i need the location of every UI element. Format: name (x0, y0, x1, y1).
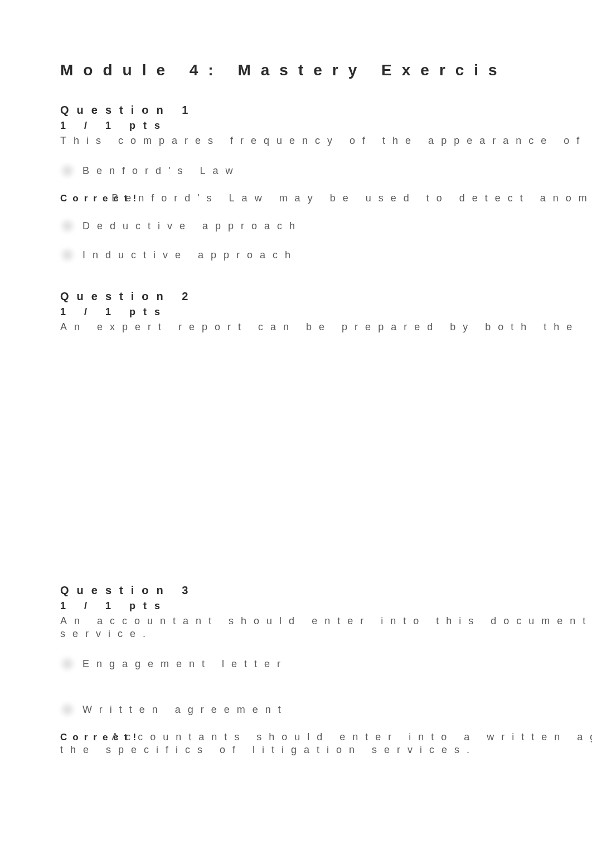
q3-option-b-label: Written agreement (83, 704, 288, 716)
question-3-title: Question 3 (60, 584, 592, 597)
q1-option-a[interactable]: Benford's Law (60, 163, 592, 178)
question-2-title: Question 2 (60, 290, 592, 303)
question-3-points: 1 / 1 pts (60, 600, 592, 612)
question-3-prompt-line1: An accountant should enter into this doc… (60, 615, 592, 627)
q3-option-b[interactable]: Written agreement (60, 702, 592, 717)
radio-icon (60, 219, 75, 233)
question-2-prompt: An expert report can be prepared by both… (60, 321, 592, 333)
q3-correct-text-line1: Accountants should enter into a written … (111, 731, 592, 742)
q3-option-a-label: Engagement letter (83, 658, 288, 670)
q1-option-b[interactable]: Deductive approach (60, 219, 592, 233)
q3-correct-text-line2: the specifics of litigation services. (60, 744, 592, 756)
question-3-prompt-line2: service. (60, 628, 592, 640)
question-1-points: 1 / 1 pts (60, 120, 592, 132)
q1-option-c[interactable]: Inductive approach (60, 248, 592, 262)
question-1-prompt: This compares frequency of the appearanc… (60, 135, 592, 147)
q1-option-a-label: Benford's Law (83, 165, 240, 177)
radio-icon (60, 248, 75, 262)
radio-icon (60, 657, 75, 671)
blurred-preview-region (60, 350, 495, 562)
q3-correct-feedback: Correct!Accountants should enter into a … (60, 731, 592, 743)
q1-option-b-label: Deductive approach (83, 220, 302, 232)
q1-correct-text: Benford's Law may be used to detect anom… (111, 192, 592, 204)
radio-icon (60, 163, 75, 178)
q1-option-c-label: Inductive approach (83, 249, 298, 261)
radio-icon (60, 702, 75, 717)
question-1-title: Question 1 (60, 104, 592, 117)
question-2-points: 1 / 1 pts (60, 306, 592, 318)
document-page: Module 4: Mastery Exercis Question 1 1 /… (0, 0, 592, 789)
q3-option-a[interactable]: Engagement letter (60, 657, 592, 671)
module-title: Module 4: Mastery Exercis (60, 61, 592, 79)
q1-correct-feedback: Correct!Benford's Law may be used to det… (60, 192, 592, 204)
